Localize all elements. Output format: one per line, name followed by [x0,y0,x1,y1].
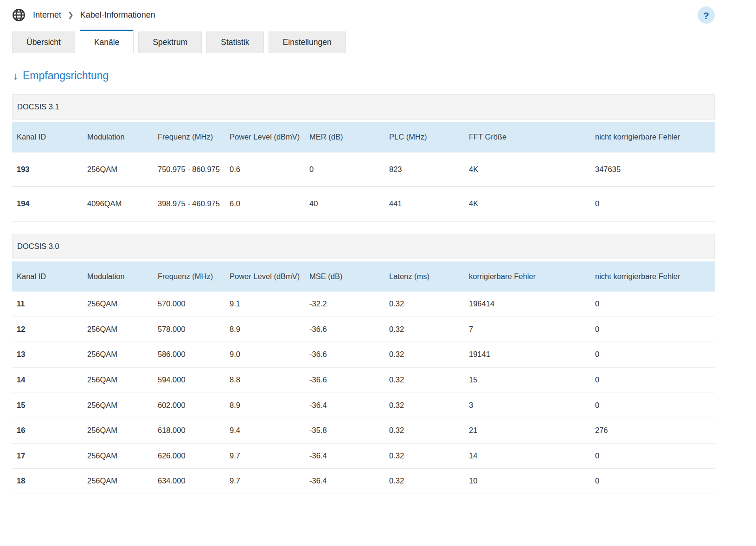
table-section-docsis-3-1: DOCSIS 3.1Kanal IDModulationFrequenz (MH… [12,94,715,222]
cell-nicht-korrigierbare-fehler: 0 [590,443,715,469]
cell-latenz-ms: 0.32 [384,469,464,494]
table-row: 15256QAM602.0008.9-36.40.3230 [12,393,715,418]
tab-uebersicht[interactable]: Übersicht [12,32,75,53]
empfangsrichtung-label: Empfangsrichtung [23,70,109,82]
cell-plc-mhz: 823 [384,152,464,187]
cell-korrigierbare-fehler: 21 [464,418,590,444]
cell-mse-db: -36.4 [305,469,384,494]
cell-kanal-id: 12 [12,317,83,342]
cell-frequenz-mhz: 626.000 [153,443,225,469]
cell-plc-mhz: 441 [384,187,464,222]
cell-power-level-dbmv: 8.8 [225,367,305,393]
cell-nicht-korrigierbare-fehler: 0 [590,342,715,368]
cell-power-level-dbmv: 9.1 [225,292,305,317]
cell-modulation: 256QAM [83,292,153,317]
column-header-modulation: Modulation [83,122,153,152]
cell-korrigierbare-fehler: 196414 [464,292,590,317]
cell-mer-db: 0 [305,152,384,187]
cell-modulation: 256QAM [83,418,153,444]
cell-korrigierbare-fehler: 19141 [464,342,590,368]
cell-kanal-id: 194 [12,187,83,222]
column-header-kanal-id: Kanal ID [12,122,83,152]
cell-mer-db: 40 [305,187,384,222]
cell-korrigierbare-fehler: 15 [464,367,590,393]
cell-latenz-ms: 0.32 [384,393,464,418]
cell-nicht-korrigierbare-fehler: 0 [590,393,715,418]
table-row: 11256QAM570.0009.1-32.20.321964140 [12,292,715,317]
column-header-mse-db: MSE (dB) [305,261,384,292]
column-header-korrigierbare-fehler: korrigierbare Fehler [464,261,590,292]
cell-frequenz-mhz: 594.000 [153,367,225,393]
cell-latenz-ms: 0.32 [384,418,464,444]
header-row: Kanal IDModulationFrequenz (MHz)Power Le… [12,261,715,292]
cell-modulation: 256QAM [83,152,153,187]
column-header-nicht-korrigierbare-fehler: nicht korrigierbare Fehler [590,261,715,292]
breadcrumb-current-page: Kabel-Informationen [80,10,155,20]
cell-frequenz-mhz: 398.975 - 460.975 [153,187,225,222]
cell-latenz-ms: 0.32 [384,292,464,317]
cell-power-level-dbmv: 9.0 [225,342,305,368]
cell-nicht-korrigierbare-fehler: 0 [590,292,715,317]
cell-fft-groesse: 4K [464,152,590,187]
cell-kanal-id: 11 [12,292,83,317]
cell-kanal-id: 15 [12,393,83,418]
table-row: 16256QAM618.0009.4-35.80.3221276 [12,418,715,444]
cell-modulation: 256QAM [83,443,153,469]
column-header-latenz-ms: Latenz (ms) [384,261,464,292]
data-table-docsis-3-1: Kanal IDModulationFrequenz (MHz)Power Le… [12,122,715,222]
cell-modulation: 256QAM [83,469,153,494]
cell-latenz-ms: 0.32 [384,443,464,469]
cell-mse-db: -36.4 [305,443,384,469]
column-header-power-level-dbmv: Power Level (dBmV) [225,261,305,292]
column-header-plc-mhz: PLC (MHz) [384,122,464,152]
header-row: Kanal IDModulationFrequenz (MHz)Power Le… [12,122,715,152]
empfangsrichtung-heading[interactable]: ↓ Empfangsrichtung [13,70,715,82]
cell-kanal-id: 13 [12,342,83,368]
cell-frequenz-mhz: 586.000 [153,342,225,368]
table-row: 1944096QAM398.975 - 460.9756.0404414K0 [12,187,715,222]
cell-korrigierbare-fehler: 10 [464,469,590,494]
cell-modulation: 4096QAM [83,187,153,222]
data-table-docsis-3-0: Kanal IDModulationFrequenz (MHz)Power Le… [12,261,715,494]
tab-kanaele[interactable]: Kanäle [80,30,134,54]
table-title: DOCSIS 3.0 [12,234,715,259]
cell-power-level-dbmv: 6.0 [225,187,305,222]
cell-latenz-ms: 0.32 [384,342,464,368]
table-row: 18256QAM634.0009.7-36.40.32100 [12,469,715,494]
cell-modulation: 256QAM [83,342,153,368]
cell-modulation: 256QAM [83,393,153,418]
table-row: 13256QAM586.0009.0-36.60.32191410 [12,342,715,368]
chevron-right-icon: ❯ [68,11,74,19]
table-title: DOCSIS 3.1 [12,94,715,120]
column-header-power-level-dbmv: Power Level (dBmV) [225,122,305,152]
table-section-docsis-3-0: DOCSIS 3.0Kanal IDModulationFrequenz (MH… [12,234,715,494]
tab-bar: ÜbersichtKanäleSpektrumStatistikEinstell… [12,32,715,56]
cell-korrigierbare-fehler: 3 [464,393,590,418]
help-button[interactable]: ? [698,6,715,24]
column-header-fft-groesse: FFT Größe [464,122,590,152]
cell-frequenz-mhz: 750.975 - 860.975 [153,152,225,187]
table-row: 193256QAM750.975 - 860.9750.608234K34763… [12,152,715,187]
cell-nicht-korrigierbare-fehler: 0 [590,317,715,342]
cell-nicht-korrigierbare-fehler: 0 [590,367,715,393]
breadcrumb-internet[interactable]: Internet [33,10,61,20]
internet-globe-icon [12,8,26,22]
column-header-modulation: Modulation [83,261,153,292]
cell-mse-db: -36.6 [305,367,384,393]
cell-kanal-id: 193 [12,152,83,187]
cell-nicht-korrigierbare-fehler: 0 [590,187,715,222]
breadcrumb: Internet ❯ Kabel-Informationen [33,10,155,20]
cell-mse-db: -36.6 [305,317,384,342]
tab-spektrum[interactable]: Spektrum [138,32,202,53]
tab-einstellungen[interactable]: Einstellungen [269,32,346,53]
column-header-frequenz-mhz: Frequenz (MHz) [153,122,225,152]
tab-statistik[interactable]: Statistik [206,32,263,53]
table-row: 14256QAM594.0008.8-36.60.32150 [12,367,715,393]
cell-power-level-dbmv: 9.4 [225,418,305,444]
cell-frequenz-mhz: 570.000 [153,292,225,317]
tables-container: DOCSIS 3.1Kanal IDModulationFrequenz (MH… [12,94,715,494]
table-row: 17256QAM626.0009.7-36.40.32140 [12,443,715,469]
cell-nicht-korrigierbare-fehler: 0 [590,469,715,494]
cell-kanal-id: 16 [12,418,83,444]
cell-mse-db: -36.4 [305,393,384,418]
